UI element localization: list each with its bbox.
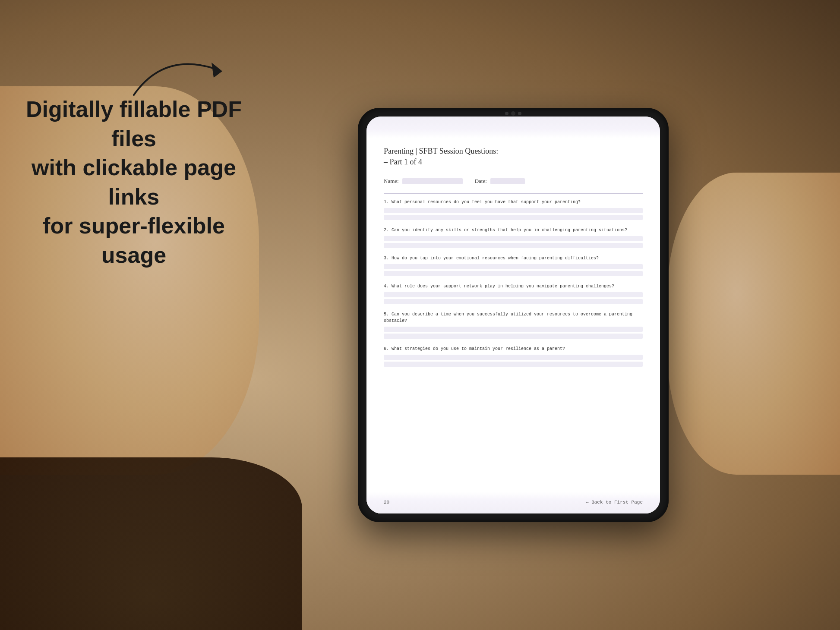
tagline-line1: Digitally fillable PDF files (26, 97, 242, 151)
q6-answer-lines (384, 355, 643, 367)
back-to-first-page-link[interactable]: ← Back to First Page (586, 500, 643, 505)
date-label: Date: (475, 178, 487, 185)
q1-answer-line-1[interactable] (384, 208, 643, 213)
camera-dot-right (518, 112, 521, 115)
q1-body: What personal resources do you feel you … (392, 200, 581, 205)
q2-answer-line-1[interactable] (384, 236, 643, 241)
pdf-content: Parenting | SFBT Session Questions: – Pa… (366, 117, 660, 513)
q5-number: 5. (384, 312, 389, 317)
q3-number: 3. (384, 256, 389, 261)
main-tagline: Digitally fillable PDF files with clicka… (26, 95, 242, 270)
tablet-wrapper: Parenting | SFBT Session Questions: – Pa… (358, 108, 669, 522)
q2-body: Can you identify any skills or strengths… (392, 228, 627, 233)
question-5-text: 5. Can you describe a time when you succ… (384, 311, 643, 324)
q6-answer-line-1[interactable] (384, 355, 643, 360)
page-number: 20 (384, 500, 389, 505)
q1-number: 1. (384, 200, 389, 205)
question-5: 5. Can you describe a time when you succ… (384, 311, 643, 339)
question-1-text: 1. What personal resources do you feel y… (384, 199, 643, 205)
pdf-name-date: Name: Date: (384, 178, 643, 185)
q1-answer-line-2[interactable] (384, 215, 643, 220)
tagline-line2: with clickable page links (32, 155, 236, 209)
camera-dot-center (511, 111, 515, 116)
separator-line (384, 193, 643, 194)
q4-body: What role does your support network play… (392, 284, 614, 289)
q3-answer-lines (384, 264, 643, 276)
q6-answer-line-2[interactable] (384, 362, 643, 367)
name-field[interactable] (402, 178, 463, 184)
pdf-subtitle: – Part 1 of 4 (384, 158, 643, 167)
q6-body: What strategies do you use to maintain y… (392, 346, 565, 351)
camera-dot-left (505, 112, 508, 115)
question-2: 2. Can you identify any skills or streng… (384, 227, 643, 248)
q4-answer-line-1[interactable] (384, 292, 643, 297)
q5-answer-line-1[interactable] (384, 327, 643, 332)
question-4: 4. What role does your support network p… (384, 283, 643, 304)
pdf-top-pattern (366, 117, 660, 138)
pdf-title: Parenting | SFBT Session Questions: (384, 147, 643, 156)
q4-answer-lines (384, 292, 643, 304)
q6-number: 6. (384, 346, 389, 351)
question-6: 6. What strategies do you use to maintai… (384, 346, 643, 367)
pdf-footer: 20 ← Back to First Page (384, 500, 643, 505)
question-4-text: 4. What role does your support network p… (384, 283, 643, 290)
svg-marker-0 (212, 63, 222, 78)
q3-answer-line-1[interactable] (384, 264, 643, 269)
q2-number: 2. (384, 228, 389, 233)
question-3: 3. How do you tap into your emotional re… (384, 255, 643, 276)
q4-number: 4. (384, 284, 389, 289)
q5-answer-line-2[interactable] (384, 334, 643, 339)
q5-body: Can you describe a time when you success… (384, 312, 632, 323)
q3-body: How do you tap into your emotional resou… (392, 256, 599, 261)
pdf-header: Parenting | SFBT Session Questions: – Pa… (384, 147, 643, 173)
question-3-text: 3. How do you tap into your emotional re… (384, 255, 643, 261)
q4-answer-line-2[interactable] (384, 299, 643, 304)
tagline-line3: for super-flexible usage (43, 213, 225, 268)
question-1: 1. What personal resources do you feel y… (384, 199, 643, 220)
tablet-screen: Parenting | SFBT Session Questions: – Pa… (366, 117, 660, 513)
q2-answer-lines (384, 236, 643, 248)
q3-answer-line-2[interactable] (384, 271, 643, 276)
q1-answer-lines (384, 208, 643, 220)
tablet: Parenting | SFBT Session Questions: – Pa… (358, 108, 669, 522)
question-6-text: 6. What strategies do you use to maintai… (384, 346, 643, 352)
date-field[interactable] (490, 178, 525, 184)
name-label: Name: (384, 178, 399, 185)
question-2-text: 2. Can you identify any skills or streng… (384, 227, 643, 233)
q5-answer-lines (384, 327, 643, 339)
camera-bar (505, 111, 521, 116)
left-text-area: Digitally fillable PDF files with clicka… (26, 95, 242, 270)
q2-answer-line-2[interactable] (384, 243, 643, 248)
